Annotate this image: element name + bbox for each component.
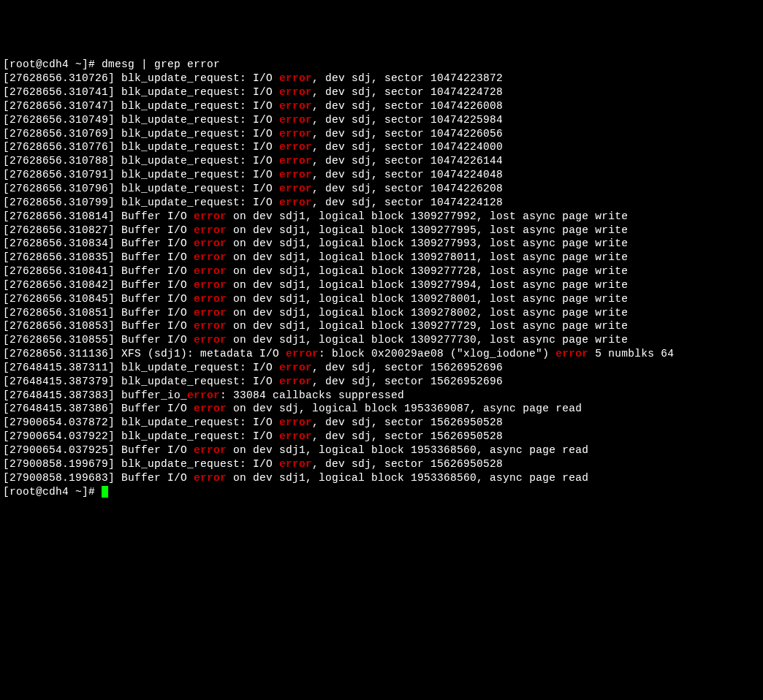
terminal-line: [27628656.310834] Buffer I/O error on de… xyxy=(3,237,760,251)
terminal-line: [27628656.310814] Buffer I/O error on de… xyxy=(3,210,760,224)
terminal-line: [27628656.310853] Buffer I/O error on de… xyxy=(3,319,760,333)
terminal-line: [27628656.310796] blk_update_request: I/… xyxy=(3,182,760,196)
terminal-line: [27648415.387379] blk_update_request: I/… xyxy=(3,375,760,389)
terminal-line: [27628656.310845] Buffer I/O error on de… xyxy=(3,292,760,306)
cursor xyxy=(102,486,108,498)
terminal-line: [27628656.311136] XFS (sdj1): metadata I… xyxy=(3,347,760,361)
terminal-line: [27628656.310788] blk_update_request: I/… xyxy=(3,154,760,168)
terminal-line: [27900654.037872] blk_update_request: I/… xyxy=(3,416,760,430)
terminal-line: [27648415.387311] blk_update_request: I/… xyxy=(3,361,760,375)
terminal-line: [27648415.387383] buffer_io_error: 33084… xyxy=(3,389,760,403)
terminal-line: [27628656.310741] blk_update_request: I/… xyxy=(3,85,760,99)
terminal-line: [27628656.310791] blk_update_request: I/… xyxy=(3,168,760,182)
terminal-line: [27628656.310726] blk_update_request: I/… xyxy=(3,72,760,85)
terminal-line: [27628656.310776] blk_update_request: I/… xyxy=(3,140,760,154)
terminal-line: [27900858.199679] blk_update_request: I/… xyxy=(3,457,760,471)
terminal-line: [27900858.199683] Buffer I/O error on de… xyxy=(3,471,760,485)
terminal-line: [27628656.310799] blk_update_request: I/… xyxy=(3,196,760,210)
terminal-line: [27628656.310827] Buffer I/O error on de… xyxy=(3,224,760,237)
terminal-line: [27628656.310851] Buffer I/O error on de… xyxy=(3,306,760,320)
terminal-line: [27628656.310835] Buffer I/O error on de… xyxy=(3,251,760,265)
shell-prompt[interactable]: [root@cdh4 ~]# xyxy=(3,485,760,499)
terminal-line: [27628656.310769] blk_update_request: I/… xyxy=(3,127,760,141)
terminal-output[interactable]: [root@cdh4 ~]# dmesg | grep error[276286… xyxy=(3,58,760,498)
terminal-line: [27628656.310842] Buffer I/O error on de… xyxy=(3,278,760,292)
terminal-line: [27628656.310855] Buffer I/O error on de… xyxy=(3,333,760,347)
terminal-line: [27628656.310841] Buffer I/O error on de… xyxy=(3,265,760,278)
terminal-line: [27900654.037922] blk_update_request: I/… xyxy=(3,430,760,444)
terminal-line: [27628656.310747] blk_update_request: I/… xyxy=(3,99,760,113)
terminal-line: [27648415.387386] Buffer I/O error on de… xyxy=(3,402,760,416)
terminal-line: [27628656.310749] blk_update_request: I/… xyxy=(3,113,760,127)
terminal-line: [27900654.037925] Buffer I/O error on de… xyxy=(3,444,760,457)
terminal-line: [root@cdh4 ~]# dmesg | grep error xyxy=(3,58,760,72)
